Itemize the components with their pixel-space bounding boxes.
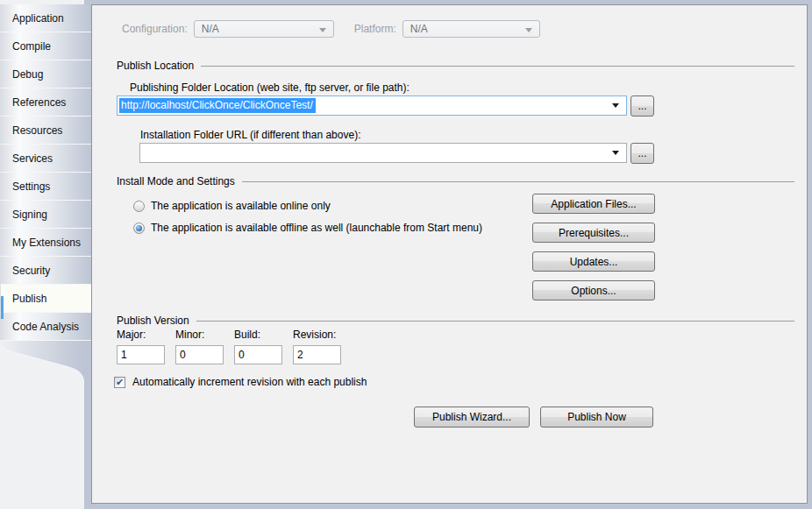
sidebar-item-services[interactable]: Services <box>0 145 91 173</box>
major-version-column: Major: <box>117 329 165 364</box>
tab-strip-tail <box>0 341 84 404</box>
build-input[interactable] <box>234 345 282 364</box>
installation-url-label: Installation Folder URL (if different th… <box>140 129 360 141</box>
publishing-folder-value[interactable]: http://localhost/ClickOnce/ClickOnceTest… <box>119 98 316 113</box>
sidebar-item-compile[interactable]: Compile <box>0 32 91 60</box>
browse-installation-url-button[interactable]: ... <box>630 143 654 164</box>
minor-input[interactable] <box>175 345 224 364</box>
online-only-label: The application is available online only <box>151 200 331 212</box>
publish-version-section-header: Publish Version <box>117 315 794 327</box>
chevron-down-icon <box>525 28 532 32</box>
section-rule <box>201 66 794 67</box>
options-button[interactable]: Options... <box>532 280 655 300</box>
auto-increment-row: ✔ Automatically increment revision with … <box>114 376 367 388</box>
application-files-button[interactable]: Application Files... <box>532 194 655 214</box>
chevron-down-icon[interactable] <box>612 103 619 108</box>
platform-value: N/A <box>410 23 428 35</box>
designer-tab-strip: Application Compile Debug References Res… <box>0 4 91 341</box>
publishing-folder-label: Publishing Folder Location (web site, ft… <box>130 81 410 94</box>
configuration-dropdown: N/A <box>194 20 334 38</box>
section-rule <box>196 321 794 322</box>
sidebar-item-signing[interactable]: Signing <box>0 201 91 229</box>
browse-publish-location-button[interactable]: ... <box>630 95 654 117</box>
configuration-label: Configuration: <box>122 23 188 35</box>
platform-dropdown: N/A <box>402 20 540 38</box>
major-input[interactable] <box>117 345 165 364</box>
chevron-down-icon[interactable] <box>612 151 619 155</box>
section-title: Publish Location <box>117 60 194 72</box>
build-version-column: Build: <box>234 329 282 364</box>
revision-input[interactable] <box>293 345 341 364</box>
install-mode-section-header: Install Mode and Settings <box>117 175 794 187</box>
sidebar-item-resources[interactable]: Resources <box>0 117 91 145</box>
sidebar-item-my-extensions[interactable]: My Extensions <box>0 229 91 257</box>
sidebar-item-security[interactable]: Security <box>0 257 91 285</box>
minor-version-column: Minor: <box>175 329 224 364</box>
publish-wizard-button[interactable]: Publish Wizard... <box>414 406 530 428</box>
offline-as-well-radio-row: The application is available offline as … <box>133 222 482 234</box>
online-only-radio-row: The application is available online only <box>133 200 331 212</box>
major-label: Major: <box>117 329 165 341</box>
sidebar-item-application[interactable]: Application <box>0 4 91 32</box>
publishing-folder-combobox[interactable]: http://localhost/ClickOnce/ClickOnceTest… <box>117 95 627 116</box>
online-only-radio[interactable] <box>133 201 145 212</box>
platform-label: Platform: <box>354 23 396 35</box>
publish-now-button[interactable]: Publish Now <box>540 406 653 428</box>
configuration-value: N/A <box>202 23 219 35</box>
build-configuration-row: Configuration: N/A Platform: N/A <box>122 19 540 39</box>
installation-url-combobox[interactable] <box>139 143 627 163</box>
sidebar-item-code-analysis[interactable]: Code Analysis <box>0 313 91 341</box>
section-rule <box>242 181 794 182</box>
sidebar-item-debug[interactable]: Debug <box>0 60 91 88</box>
prerequisites-button[interactable]: Prerequisites... <box>532 223 655 243</box>
sidebar-item-publish[interactable]: Publish <box>0 285 91 313</box>
minor-label: Minor: <box>175 329 224 341</box>
auto-increment-label: Automatically increment revision with ea… <box>132 376 367 388</box>
section-title: Install Mode and Settings <box>117 175 235 187</box>
chevron-down-icon <box>319 28 326 32</box>
publish-location-section-header: Publish Location <box>117 60 794 72</box>
auto-increment-checkbox[interactable]: ✔ <box>114 377 125 388</box>
build-label: Build: <box>234 329 282 341</box>
sidebar-item-settings[interactable]: Settings <box>0 173 91 201</box>
section-title: Publish Version <box>117 315 189 327</box>
revision-label: Revision: <box>293 329 341 341</box>
version-fields: Major: Minor: Build: Revision: <box>117 329 341 364</box>
updates-button[interactable]: Updates... <box>532 251 655 272</box>
publish-settings-page: Configuration: N/A Platform: N/A Publish… <box>91 4 808 504</box>
offline-as-well-label: The application is available offline as … <box>151 222 482 234</box>
revision-version-column: Revision: <box>293 329 341 364</box>
sidebar-item-references[interactable]: References <box>0 88 91 117</box>
offline-as-well-radio[interactable] <box>133 223 145 234</box>
